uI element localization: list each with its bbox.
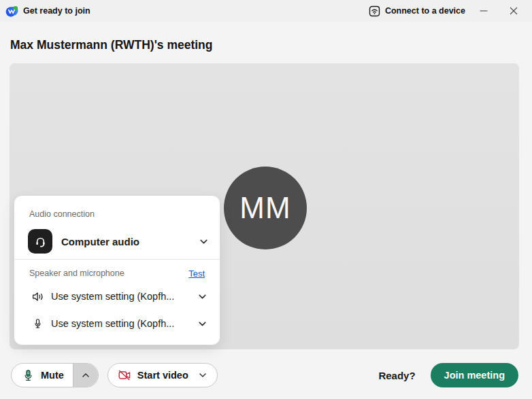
join-meeting-button[interactable]: Join meeting	[431, 363, 518, 387]
close-icon	[510, 7, 518, 15]
chevron-down-icon	[198, 370, 207, 380]
connect-to-device-label: Connect to a device	[385, 6, 465, 16]
mute-label: Mute	[41, 370, 64, 381]
audio-connection-label: Audio connection	[29, 209, 95, 219]
chevron-down-icon	[197, 292, 207, 302]
mute-button[interactable]: Mute	[12, 364, 73, 387]
chevron-up-icon	[81, 370, 90, 380]
controls-bar: Mute Start video Ready?	[11, 363, 518, 387]
start-video-label: Start video	[137, 370, 188, 381]
microphone-active-icon	[22, 369, 35, 382]
chevron-down-icon	[199, 237, 209, 247]
minimize-button[interactable]	[473, 2, 494, 20]
ready-label: Ready?	[378, 370, 415, 381]
webex-logo-icon	[5, 5, 18, 18]
microphone-value: Use system setting (Kopfh...	[51, 318, 197, 329]
mute-button-group: Mute	[11, 363, 99, 387]
microphone-icon	[31, 318, 44, 330]
audio-mode-value: Computer audio	[61, 236, 199, 247]
audio-settings-panel: Audio connection Computer audio Speaker …	[14, 195, 220, 345]
titlebar: Get ready to join Connect to a device	[0, 0, 532, 22]
start-video-button[interactable]: Start video	[107, 363, 218, 387]
speaker-mic-label: Speaker and microphone	[29, 268, 124, 278]
avatar: MM	[224, 167, 307, 249]
speaker-value: Use system setting (Kopfh...	[51, 291, 197, 302]
connect-to-device-button[interactable]: Connect to a device	[365, 3, 469, 20]
speaker-icon	[31, 290, 44, 303]
window-title: Get ready to join	[23, 6, 90, 16]
close-button[interactable]	[503, 2, 524, 20]
speaker-dropdown[interactable]: Use system setting (Kopfh...	[31, 285, 207, 307]
webex-prejoin-window: Get ready to join Connect to a device	[0, 0, 532, 399]
microphone-dropdown[interactable]: Use system setting (Kopfh...	[31, 313, 207, 334]
video-off-icon	[118, 368, 131, 382]
titlebar-right: Connect to a device	[365, 2, 524, 20]
minimize-icon	[480, 7, 488, 15]
titlebar-left: Get ready to join	[5, 5, 90, 18]
speaker-mic-header: Speaker and microphone Test	[29, 266, 205, 280]
headset-icon	[28, 229, 52, 254]
test-link[interactable]: Test	[188, 268, 205, 279]
meeting-title: Max Mustermann (RWTH)'s meeting	[10, 38, 212, 52]
audio-mode-dropdown[interactable]: Computer audio	[28, 228, 209, 254]
device-wifi-icon	[369, 5, 380, 17]
mute-options-toggle[interactable]	[73, 364, 98, 387]
panel-divider	[14, 259, 220, 260]
chevron-down-icon	[197, 319, 207, 329]
avatar-initials: MM	[239, 191, 290, 225]
